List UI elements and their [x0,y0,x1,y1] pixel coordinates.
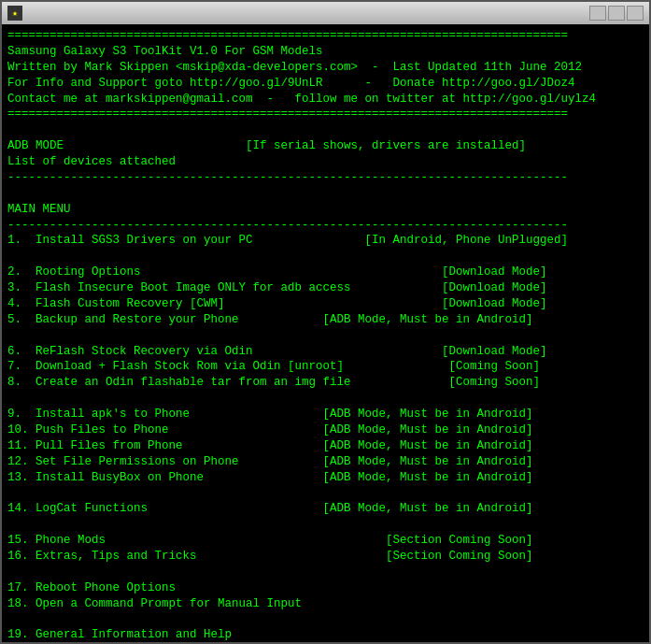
close-button[interactable] [627,6,644,21]
maximize-button[interactable] [608,6,625,21]
title-bar: ★ [2,2,649,24]
main-window: ★ ======================================… [0,0,651,644]
terminal-output: ========================================… [2,24,649,642]
window-controls [589,6,644,21]
app-icon: ★ [7,6,22,21]
minimize-button[interactable] [589,6,606,21]
